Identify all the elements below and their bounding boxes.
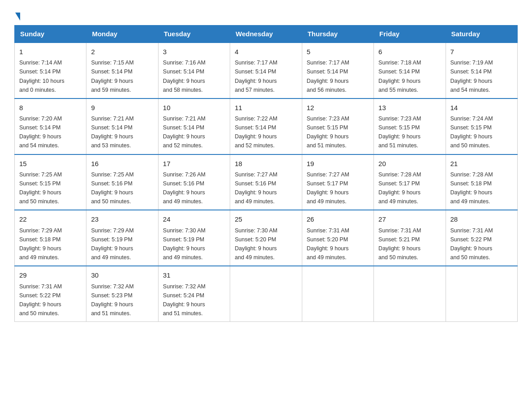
header-cell-tuesday: Tuesday xyxy=(158,26,230,43)
logo xyxy=(14,11,20,17)
header-cell-sunday: Sunday xyxy=(15,26,86,43)
day-info: Sunrise: 7:29 AMSunset: 5:18 PMDaylight:… xyxy=(19,227,62,261)
day-number: 16 xyxy=(91,158,153,169)
header-cell-thursday: Thursday xyxy=(302,26,373,43)
day-info: Sunrise: 7:31 AMSunset: 5:22 PMDaylight:… xyxy=(19,283,62,317)
day-number: 13 xyxy=(378,103,441,113)
header-cell-friday: Friday xyxy=(374,26,446,43)
day-cell: 6 Sunrise: 7:18 AMSunset: 5:14 PMDayligh… xyxy=(374,43,446,98)
day-cell xyxy=(302,266,373,321)
day-info: Sunrise: 7:30 AMSunset: 5:19 PMDaylight:… xyxy=(163,227,206,261)
day-number: 4 xyxy=(235,47,297,57)
day-info: Sunrise: 7:23 AMSunset: 5:15 PMDaylight:… xyxy=(307,116,349,149)
day-info: Sunrise: 7:28 AMSunset: 5:17 PMDaylight:… xyxy=(378,171,421,205)
day-number: 10 xyxy=(163,103,225,113)
day-cell: 5 Sunrise: 7:17 AMSunset: 5:14 PMDayligh… xyxy=(302,43,373,98)
day-info: Sunrise: 7:19 AMSunset: 5:14 PMDaylight:… xyxy=(450,60,493,93)
day-info: Sunrise: 7:17 AMSunset: 5:14 PMDaylight:… xyxy=(235,60,277,93)
day-cell: 13 Sunrise: 7:23 AMSunset: 5:15 PMDaylig… xyxy=(374,98,446,154)
day-cell xyxy=(230,266,302,321)
day-number: 14 xyxy=(450,103,513,113)
day-number: 24 xyxy=(163,214,225,224)
day-info: Sunrise: 7:32 AMSunset: 5:24 PMDaylight:… xyxy=(163,283,206,317)
day-number: 26 xyxy=(307,214,369,224)
day-cell: 25 Sunrise: 7:30 AMSunset: 5:20 PMDaylig… xyxy=(230,210,302,266)
day-info: Sunrise: 7:22 AMSunset: 5:14 PMDaylight:… xyxy=(235,116,277,149)
day-number: 23 xyxy=(91,214,153,224)
day-info: Sunrise: 7:30 AMSunset: 5:20 PMDaylight:… xyxy=(235,227,277,261)
day-number: 3 xyxy=(163,47,225,57)
day-number: 30 xyxy=(91,270,153,280)
header-cell-saturday: Saturday xyxy=(446,26,517,43)
day-cell: 29 Sunrise: 7:31 AMSunset: 5:22 PMDaylig… xyxy=(15,266,86,321)
day-info: Sunrise: 7:16 AMSunset: 5:14 PMDaylight:… xyxy=(163,60,206,93)
day-info: Sunrise: 7:18 AMSunset: 5:14 PMDaylight:… xyxy=(378,60,421,93)
calendar-body: 1 Sunrise: 7:14 AMSunset: 5:14 PMDayligh… xyxy=(15,43,518,322)
day-info: Sunrise: 7:29 AMSunset: 5:19 PMDaylight:… xyxy=(91,227,133,261)
day-number: 17 xyxy=(163,158,225,169)
day-cell: 2 Sunrise: 7:15 AMSunset: 5:14 PMDayligh… xyxy=(86,43,158,98)
day-cell: 24 Sunrise: 7:30 AMSunset: 5:19 PMDaylig… xyxy=(158,210,230,266)
day-number: 27 xyxy=(378,214,441,224)
logo-arrow-icon xyxy=(15,13,20,21)
day-info: Sunrise: 7:23 AMSunset: 5:15 PMDaylight:… xyxy=(378,116,421,149)
day-number: 2 xyxy=(91,47,153,57)
day-info: Sunrise: 7:27 AMSunset: 5:17 PMDaylight:… xyxy=(307,171,349,205)
day-number: 18 xyxy=(235,158,297,169)
day-number: 15 xyxy=(19,158,82,169)
day-info: Sunrise: 7:20 AMSunset: 5:14 PMDaylight:… xyxy=(19,116,62,149)
header-cell-monday: Monday xyxy=(86,26,158,43)
page-header xyxy=(14,11,518,17)
day-info: Sunrise: 7:26 AMSunset: 5:16 PMDaylight:… xyxy=(163,171,206,205)
day-number: 28 xyxy=(450,214,513,224)
day-cell: 18 Sunrise: 7:27 AMSunset: 5:16 PMDaylig… xyxy=(230,154,302,210)
day-cell: 7 Sunrise: 7:19 AMSunset: 5:14 PMDayligh… xyxy=(446,43,517,98)
day-number: 8 xyxy=(19,103,82,113)
header-row: SundayMondayTuesdayWednesdayThursdayFrid… xyxy=(15,26,518,43)
calendar-table: SundayMondayTuesdayWednesdayThursdayFrid… xyxy=(14,25,518,322)
day-number: 25 xyxy=(235,214,297,224)
day-info: Sunrise: 7:14 AMSunset: 5:14 PMDaylight:… xyxy=(19,60,64,93)
day-cell xyxy=(374,266,446,321)
week-row: 22 Sunrise: 7:29 AMSunset: 5:18 PMDaylig… xyxy=(15,210,518,266)
day-info: Sunrise: 7:31 AMSunset: 5:20 PMDaylight:… xyxy=(307,227,349,261)
day-cell xyxy=(446,266,517,321)
day-info: Sunrise: 7:21 AMSunset: 5:14 PMDaylight:… xyxy=(163,116,206,149)
day-number: 11 xyxy=(235,103,297,113)
day-number: 20 xyxy=(378,158,441,169)
day-number: 6 xyxy=(378,47,441,57)
day-cell: 23 Sunrise: 7:29 AMSunset: 5:19 PMDaylig… xyxy=(86,210,158,266)
day-number: 19 xyxy=(307,158,369,169)
day-info: Sunrise: 7:15 AMSunset: 5:14 PMDaylight:… xyxy=(91,60,133,93)
day-cell: 21 Sunrise: 7:28 AMSunset: 5:18 PMDaylig… xyxy=(446,154,517,210)
week-row: 8 Sunrise: 7:20 AMSunset: 5:14 PMDayligh… xyxy=(15,98,518,154)
day-info: Sunrise: 7:25 AMSunset: 5:16 PMDaylight:… xyxy=(91,171,133,205)
day-cell: 12 Sunrise: 7:23 AMSunset: 5:15 PMDaylig… xyxy=(302,98,373,154)
day-info: Sunrise: 7:25 AMSunset: 5:15 PMDaylight:… xyxy=(19,171,62,205)
day-number: 21 xyxy=(450,158,513,169)
day-info: Sunrise: 7:27 AMSunset: 5:16 PMDaylight:… xyxy=(235,171,277,205)
day-number: 1 xyxy=(19,47,82,57)
day-number: 7 xyxy=(450,47,513,57)
day-info: Sunrise: 7:17 AMSunset: 5:14 PMDaylight:… xyxy=(307,60,349,93)
day-cell: 9 Sunrise: 7:21 AMSunset: 5:14 PMDayligh… xyxy=(86,98,158,154)
day-number: 22 xyxy=(19,214,82,224)
day-number: 29 xyxy=(19,270,82,280)
day-cell: 22 Sunrise: 7:29 AMSunset: 5:18 PMDaylig… xyxy=(15,210,86,266)
day-number: 5 xyxy=(307,47,369,57)
day-cell: 19 Sunrise: 7:27 AMSunset: 5:17 PMDaylig… xyxy=(302,154,373,210)
day-number: 12 xyxy=(307,103,369,113)
day-cell: 14 Sunrise: 7:24 AMSunset: 5:15 PMDaylig… xyxy=(446,98,517,154)
day-cell: 31 Sunrise: 7:32 AMSunset: 5:24 PMDaylig… xyxy=(158,266,230,321)
day-cell: 17 Sunrise: 7:26 AMSunset: 5:16 PMDaylig… xyxy=(158,154,230,210)
day-cell: 10 Sunrise: 7:21 AMSunset: 5:14 PMDaylig… xyxy=(158,98,230,154)
day-cell: 30 Sunrise: 7:32 AMSunset: 5:23 PMDaylig… xyxy=(86,266,158,321)
day-number: 9 xyxy=(91,103,153,113)
day-info: Sunrise: 7:24 AMSunset: 5:15 PMDaylight:… xyxy=(450,116,493,149)
week-row: 15 Sunrise: 7:25 AMSunset: 5:15 PMDaylig… xyxy=(15,154,518,210)
day-cell: 15 Sunrise: 7:25 AMSunset: 5:15 PMDaylig… xyxy=(15,154,86,210)
calendar-header: SundayMondayTuesdayWednesdayThursdayFrid… xyxy=(15,26,518,43)
week-row: 1 Sunrise: 7:14 AMSunset: 5:14 PMDayligh… xyxy=(15,43,518,98)
logo-general xyxy=(14,11,20,19)
day-cell: 3 Sunrise: 7:16 AMSunset: 5:14 PMDayligh… xyxy=(158,43,230,98)
